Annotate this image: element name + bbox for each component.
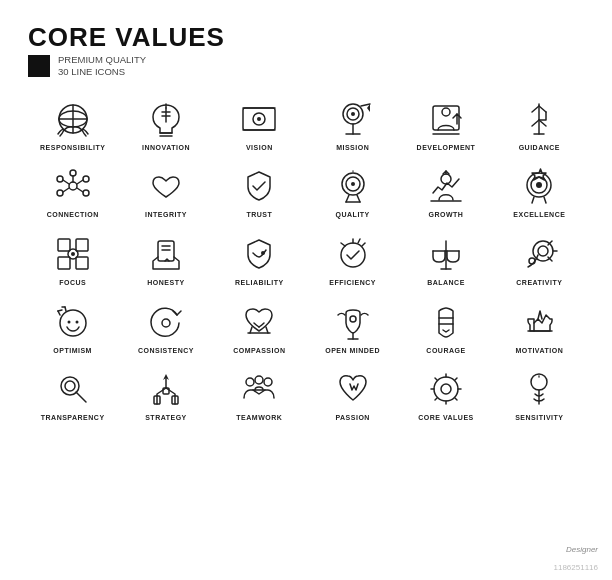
- icon-efficiency: EFFICIENCY: [308, 228, 397, 290]
- icon-teamwork: TEAMWORK: [215, 363, 304, 425]
- icon-motivation: MOTIVATION: [495, 296, 584, 358]
- icon-guidance: GUIDANCE: [495, 93, 584, 155]
- icon-trust: TRUST: [215, 160, 304, 222]
- svg-point-26: [69, 182, 77, 190]
- svg-point-69: [75, 320, 78, 323]
- page: CORE VALUES PREMIUM QUALITY 30 LINE ICON…: [0, 0, 612, 580]
- svg-point-28: [83, 176, 89, 182]
- svg-point-65: [538, 246, 548, 256]
- svg-line-99: [455, 398, 457, 400]
- svg-point-87: [255, 376, 263, 384]
- icon-vision: VISION: [215, 93, 304, 155]
- svg-line-39: [346, 195, 349, 202]
- watermark: 1186251116: [554, 563, 599, 572]
- svg-point-90: [434, 377, 458, 401]
- svg-point-91: [441, 384, 451, 394]
- icon-courage: COURAGE: [401, 296, 490, 358]
- svg-point-11: [257, 117, 261, 121]
- svg-point-59: [261, 251, 265, 255]
- svg-line-71: [250, 327, 252, 333]
- icon-innovation: INNOVATION: [121, 93, 210, 155]
- svg-point-27: [57, 176, 63, 182]
- icon-connection: CONNECTION: [28, 160, 117, 222]
- icon-compassion: COMPASSION: [215, 296, 304, 358]
- svg-rect-56: [158, 241, 174, 261]
- svg-point-67: [60, 310, 86, 336]
- svg-point-29: [57, 190, 63, 196]
- svg-line-49: [544, 197, 546, 203]
- designer-badge: Designer: [566, 545, 598, 554]
- svg-line-33: [77, 180, 83, 184]
- svg-rect-53: [76, 257, 88, 269]
- svg-point-16: [351, 112, 355, 116]
- svg-point-68: [67, 320, 70, 323]
- svg-point-82: [65, 381, 75, 391]
- svg-line-48: [532, 197, 534, 203]
- svg-point-30: [83, 190, 89, 196]
- subtitle: PREMIUM QUALITY 30 LINE ICONS: [58, 54, 146, 79]
- svg-line-96: [435, 378, 437, 380]
- icon-development: DEVELOPMENT: [401, 93, 490, 155]
- svg-rect-20: [433, 106, 459, 130]
- svg-point-31: [70, 170, 76, 176]
- svg-line-35: [77, 188, 83, 192]
- svg-line-72: [266, 327, 268, 333]
- icon-quality: QUALITY: [308, 160, 397, 222]
- svg-point-70: [162, 319, 170, 327]
- svg-point-55: [71, 252, 75, 256]
- svg-point-74: [350, 316, 356, 322]
- page-title: CORE VALUES: [28, 24, 584, 50]
- svg-line-81: [76, 392, 86, 402]
- decorative-rect: [28, 55, 50, 77]
- icon-mission: MISSION: [308, 93, 397, 155]
- svg-point-21: [442, 108, 450, 116]
- icon-optimism: OPTIMISM: [28, 296, 117, 358]
- svg-line-40: [357, 195, 360, 202]
- icon-excellence: EXCELLENCE: [495, 160, 584, 222]
- icon-honesty: HONESTY: [121, 228, 210, 290]
- icon-strategy: STRATEGY: [121, 363, 210, 425]
- icon-reliability: RELIABILITY: [215, 228, 304, 290]
- icon-transparency: TRANSPARENCY: [28, 363, 117, 425]
- svg-point-88: [264, 378, 272, 386]
- icon-balance: BALANCE: [401, 228, 490, 290]
- icon-integrity: INTEGRITY: [121, 160, 210, 222]
- svg-line-32: [63, 180, 69, 184]
- icon-consistency: CONSISTENCY: [121, 296, 210, 358]
- svg-point-86: [246, 378, 254, 386]
- svg-point-43: [441, 174, 451, 184]
- svg-line-34: [63, 188, 69, 192]
- icon-focus: FOCUS: [28, 228, 117, 290]
- icon-creativity: CREATIVITY: [495, 228, 584, 290]
- icon-passion: PASSION: [308, 363, 397, 425]
- svg-rect-52: [58, 257, 70, 269]
- icon-growth: GROWTH: [401, 160, 490, 222]
- icon-open-minded: OPEN MINDED: [308, 296, 397, 358]
- svg-rect-50: [58, 239, 70, 251]
- svg-point-47: [536, 182, 542, 188]
- icon-responsibility: RESPONSIBILITY: [28, 93, 117, 155]
- svg-line-98: [435, 398, 437, 400]
- svg-point-42: [351, 182, 355, 186]
- icon-sensitivity: SENSITIVITY: [495, 363, 584, 425]
- svg-line-17: [361, 104, 370, 106]
- svg-rect-51: [76, 239, 88, 251]
- icons-grid: RESPONSIBILITY INNOVATION: [28, 93, 584, 425]
- icon-core-values: CORE VALUES: [401, 363, 490, 425]
- header: CORE VALUES PREMIUM QUALITY 30 LINE ICON…: [28, 24, 584, 79]
- svg-line-97: [455, 378, 457, 380]
